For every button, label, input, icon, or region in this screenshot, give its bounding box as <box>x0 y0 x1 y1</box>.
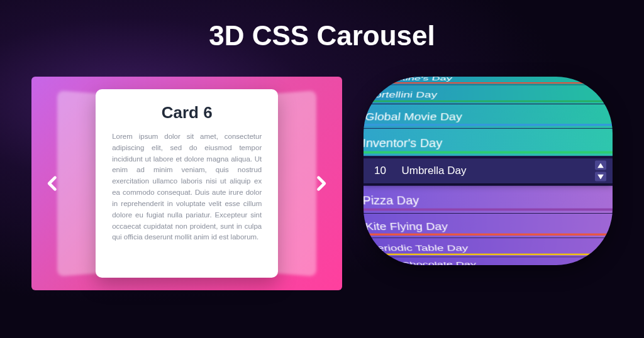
barrel-row[interactable]: 9Pizza Day <box>364 186 613 214</box>
chevron-right-icon <box>312 175 330 192</box>
barrel-row-label: Dark Chocolate Day <box>369 261 613 265</box>
barrel-down-button[interactable] <box>595 172 606 182</box>
barrel-selected-row: 10 Umbrella Day <box>364 158 613 183</box>
barrel-row-num: 14 <box>364 77 371 81</box>
barrel-row-label: Valentine's Day <box>369 77 613 81</box>
barrel-row[interactable]: 13Tortellini Day <box>364 85 613 104</box>
barrel-row-label: Inventor's Day <box>364 136 613 150</box>
barrel-row-accent-bar <box>372 82 613 84</box>
carousel-next-button[interactable] <box>309 172 332 195</box>
barrel-selected-num: 10 <box>364 165 396 177</box>
barrel-spinner-control <box>595 161 606 182</box>
barrel-row[interactable]: 11Inventor's Day <box>364 129 613 156</box>
barrel-up-button[interactable] <box>595 161 606 170</box>
barrel-row-accent-bar <box>367 101 613 102</box>
carousel-prev-button[interactable] <box>42 172 64 195</box>
triangle-up-icon <box>597 163 604 168</box>
barrel-row-label: Kite Flying Day <box>364 220 613 232</box>
barrel-row-accent-bar <box>364 209 613 211</box>
barrel-row-accent-bar <box>367 234 613 236</box>
barrel-row-label: Tortellini Day <box>364 90 613 99</box>
barrel-row-accent-bar <box>364 124 613 126</box>
barrel-row[interactable]: 7Periodic Table Day <box>364 238 613 257</box>
barrel-row-num: 13 <box>364 90 365 99</box>
content-row: Card 6 Lorem ipsum dolor sit amet, conse… <box>0 77 644 290</box>
page-title: 3D CSS Carousel <box>0 0 644 52</box>
barrel-row-num: 6 <box>364 261 371 265</box>
chevron-left-icon <box>44 175 62 192</box>
card-title: Card 6 <box>112 103 262 123</box>
barrel-row-label: Pizza Day <box>364 193 613 207</box>
barrel-row[interactable]: 6Dark Chocolate Day <box>364 257 613 265</box>
barrel-row-accent-bar <box>371 254 613 256</box>
barrel-row[interactable]: 14Valentine's Day <box>364 77 613 85</box>
barrel-selected-label: Umbrella Day <box>396 165 613 177</box>
barrel-row[interactable]: 12Global Movie Day <box>364 104 613 128</box>
barrel-row-label: Global Movie Day <box>364 110 613 122</box>
barrel-row[interactable]: 8Kite Flying Day <box>364 214 613 237</box>
barrel-carousel: 5Weatherpersons Day6Chopsticks Day6Dark … <box>364 77 613 265</box>
card-body-text: Lorem ipsum dolor sit amet, consectetur … <box>112 131 262 243</box>
carousel-card-active: Card 6 Lorem ipsum dolor sit amet, conse… <box>96 89 278 278</box>
barrel-row-num: 7 <box>364 243 365 253</box>
barrel-row-accent-bar <box>364 151 613 154</box>
barrel-row-label: Periodic Table Day <box>364 243 613 253</box>
triangle-down-icon <box>597 174 604 179</box>
card-carousel: Card 6 Lorem ipsum dolor sit amet, conse… <box>31 77 342 290</box>
